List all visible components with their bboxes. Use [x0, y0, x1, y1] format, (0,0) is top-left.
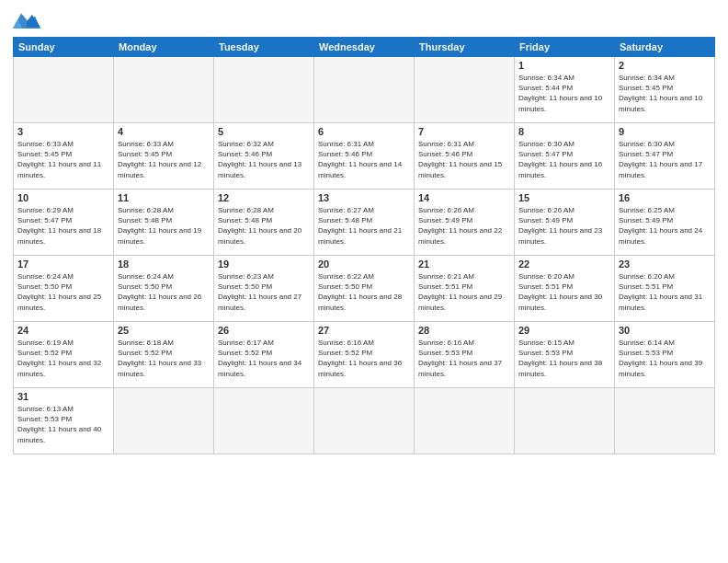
- calendar-cell: [14, 57, 114, 123]
- day-info: Sunrise: 6:23 AMSunset: 5:50 PMDaylight:…: [218, 271, 310, 313]
- logo-icon: [13, 9, 40, 31]
- weekday-sunday: Sunday: [14, 38, 114, 57]
- calendar-week-row: 17Sunrise: 6:24 AMSunset: 5:50 PMDayligh…: [14, 256, 715, 322]
- calendar-cell: [415, 57, 515, 123]
- day-info: Sunrise: 6:14 AMSunset: 5:53 PMDaylight:…: [619, 338, 711, 379]
- calendar-cell: [114, 388, 214, 454]
- weekday-monday: Monday: [114, 38, 214, 57]
- day-number: 13: [318, 192, 410, 203]
- day-number: 21: [418, 259, 510, 270]
- day-info: Sunrise: 6:19 AMSunset: 5:52 PMDaylight:…: [17, 338, 109, 379]
- day-info: Sunrise: 6:20 AMSunset: 5:51 PMDaylight:…: [518, 271, 610, 313]
- calendar-cell: 8Sunrise: 6:30 AMSunset: 5:47 PMDaylight…: [515, 123, 615, 190]
- day-number: 1: [518, 60, 610, 71]
- svg-marker-1: [27, 15, 40, 28]
- calendar-cell: 13Sunrise: 6:27 AMSunset: 5:48 PMDayligh…: [314, 190, 415, 256]
- calendar-cell: 9Sunrise: 6:30 AMSunset: 5:47 PMDaylight…: [615, 123, 715, 190]
- day-info: Sunrise: 6:16 AMSunset: 5:53 PMDaylight:…: [418, 338, 510, 379]
- calendar-cell: [314, 57, 415, 123]
- day-info: Sunrise: 6:24 AMSunset: 5:50 PMDaylight:…: [17, 271, 109, 313]
- calendar-cell: [515, 388, 615, 454]
- day-number: 6: [318, 126, 410, 137]
- calendar-cell: 14Sunrise: 6:26 AMSunset: 5:49 PMDayligh…: [415, 190, 515, 256]
- calendar-cell: 1Sunrise: 6:34 AMSunset: 5:44 PMDaylight…: [515, 57, 615, 123]
- calendar-cell: 3Sunrise: 6:33 AMSunset: 5:45 PMDaylight…: [14, 123, 114, 190]
- day-info: Sunrise: 6:13 AMSunset: 5:53 PMDaylight:…: [17, 404, 109, 445]
- day-number: 30: [619, 325, 711, 336]
- day-info: Sunrise: 6:33 AMSunset: 5:45 PMDaylight:…: [118, 139, 210, 180]
- calendar-week-row: 10Sunrise: 6:29 AMSunset: 5:47 PMDayligh…: [14, 190, 715, 256]
- calendar-cell: 23Sunrise: 6:20 AMSunset: 5:51 PMDayligh…: [615, 256, 715, 322]
- day-info: Sunrise: 6:28 AMSunset: 5:48 PMDaylight:…: [118, 205, 210, 247]
- calendar-cell: [415, 388, 515, 454]
- day-info: Sunrise: 6:17 AMSunset: 5:52 PMDaylight:…: [218, 338, 310, 379]
- calendar-week-row: 31Sunrise: 6:13 AMSunset: 5:53 PMDayligh…: [14, 388, 715, 454]
- calendar-cell: [214, 388, 314, 454]
- day-info: Sunrise: 6:18 AMSunset: 5:52 PMDaylight:…: [118, 338, 210, 379]
- calendar-cell: 29Sunrise: 6:15 AMSunset: 5:53 PMDayligh…: [515, 322, 615, 388]
- day-info: Sunrise: 6:28 AMSunset: 5:48 PMDaylight:…: [218, 205, 310, 247]
- day-number: 10: [17, 192, 109, 203]
- calendar-cell: 19Sunrise: 6:23 AMSunset: 5:50 PMDayligh…: [214, 256, 314, 322]
- day-number: 19: [218, 259, 310, 270]
- day-number: 4: [118, 126, 210, 137]
- calendar-cell: 6Sunrise: 6:31 AMSunset: 5:46 PMDaylight…: [314, 123, 415, 190]
- calendar-cell: 20Sunrise: 6:22 AMSunset: 5:50 PMDayligh…: [314, 256, 415, 322]
- weekday-wednesday: Wednesday: [314, 38, 415, 57]
- calendar-cell: [615, 388, 715, 454]
- day-number: 20: [318, 259, 410, 270]
- calendar-cell: 28Sunrise: 6:16 AMSunset: 5:53 PMDayligh…: [415, 322, 515, 388]
- day-number: 14: [418, 192, 510, 203]
- day-number: 27: [318, 325, 410, 336]
- calendar-cell: [314, 388, 415, 454]
- calendar-cell: 30Sunrise: 6:14 AMSunset: 5:53 PMDayligh…: [615, 322, 715, 388]
- weekday-thursday: Thursday: [415, 38, 515, 57]
- calendar-cell: [214, 57, 314, 123]
- calendar-cell: 11Sunrise: 6:28 AMSunset: 5:48 PMDayligh…: [114, 190, 214, 256]
- calendar-cell: 17Sunrise: 6:24 AMSunset: 5:50 PMDayligh…: [14, 256, 114, 322]
- day-number: 15: [518, 192, 610, 203]
- day-info: Sunrise: 6:20 AMSunset: 5:51 PMDaylight:…: [619, 271, 711, 313]
- day-number: 22: [518, 259, 610, 270]
- day-number: 18: [118, 259, 210, 270]
- day-number: 11: [118, 192, 210, 203]
- day-info: Sunrise: 6:25 AMSunset: 5:49 PMDaylight:…: [619, 205, 711, 247]
- day-number: 24: [17, 325, 109, 336]
- day-number: 12: [218, 192, 310, 203]
- weekday-saturday: Saturday: [615, 38, 715, 57]
- calendar-week-row: 1Sunrise: 6:34 AMSunset: 5:44 PMDaylight…: [14, 57, 715, 123]
- day-number: 25: [118, 325, 210, 336]
- calendar-cell: 26Sunrise: 6:17 AMSunset: 5:52 PMDayligh…: [214, 322, 314, 388]
- calendar-cell: 4Sunrise: 6:33 AMSunset: 5:45 PMDaylight…: [114, 123, 214, 190]
- day-number: 31: [17, 391, 109, 402]
- calendar-cell: 27Sunrise: 6:16 AMSunset: 5:52 PMDayligh…: [314, 322, 415, 388]
- day-info: Sunrise: 6:30 AMSunset: 5:47 PMDaylight:…: [518, 139, 610, 180]
- day-info: Sunrise: 6:34 AMSunset: 5:44 PMDaylight:…: [518, 73, 610, 114]
- day-info: Sunrise: 6:32 AMSunset: 5:46 PMDaylight:…: [218, 139, 310, 180]
- day-number: 26: [218, 325, 310, 336]
- day-info: Sunrise: 6:15 AMSunset: 5:53 PMDaylight:…: [518, 338, 610, 379]
- day-number: 9: [619, 126, 711, 137]
- day-number: 29: [518, 325, 610, 336]
- calendar-cell: 31Sunrise: 6:13 AMSunset: 5:53 PMDayligh…: [14, 388, 114, 454]
- day-number: 8: [518, 126, 610, 137]
- day-number: 23: [619, 259, 711, 270]
- calendar-cell: 5Sunrise: 6:32 AMSunset: 5:46 PMDaylight…: [214, 123, 314, 190]
- header: [13, 9, 715, 31]
- day-number: 2: [619, 60, 711, 71]
- weekday-friday: Friday: [515, 38, 615, 57]
- calendar-cell: 15Sunrise: 6:26 AMSunset: 5:49 PMDayligh…: [515, 190, 615, 256]
- calendar-cell: [114, 57, 214, 123]
- day-info: Sunrise: 6:33 AMSunset: 5:45 PMDaylight:…: [17, 139, 109, 180]
- day-info: Sunrise: 6:34 AMSunset: 5:45 PMDaylight:…: [619, 73, 711, 114]
- calendar-cell: 12Sunrise: 6:28 AMSunset: 5:48 PMDayligh…: [214, 190, 314, 256]
- weekday-header-row: SundayMondayTuesdayWednesdayThursdayFrid…: [14, 38, 715, 57]
- calendar-cell: 16Sunrise: 6:25 AMSunset: 5:49 PMDayligh…: [615, 190, 715, 256]
- day-info: Sunrise: 6:21 AMSunset: 5:51 PMDaylight:…: [418, 271, 510, 313]
- day-number: 28: [418, 325, 510, 336]
- calendar-week-row: 24Sunrise: 6:19 AMSunset: 5:52 PMDayligh…: [14, 322, 715, 388]
- day-info: Sunrise: 6:31 AMSunset: 5:46 PMDaylight:…: [318, 139, 410, 180]
- day-info: Sunrise: 6:31 AMSunset: 5:46 PMDaylight:…: [418, 139, 510, 180]
- day-info: Sunrise: 6:26 AMSunset: 5:49 PMDaylight:…: [518, 205, 610, 247]
- day-info: Sunrise: 6:29 AMSunset: 5:47 PMDaylight:…: [17, 205, 109, 247]
